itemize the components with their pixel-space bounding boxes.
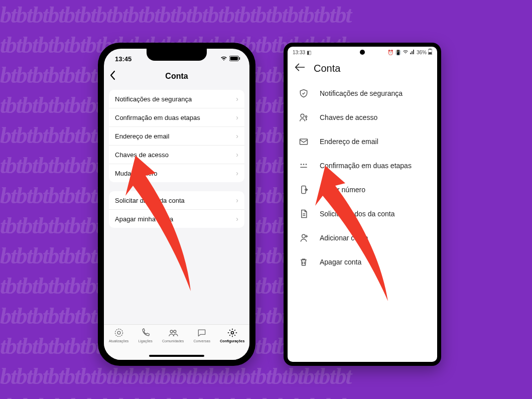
svg-point-18	[302, 234, 306, 238]
chevron-right-icon: ›	[236, 151, 238, 159]
chevron-right-icon: ›	[236, 196, 238, 204]
tab-communities[interactable]: Comunidades	[162, 328, 184, 343]
chevron-right-icon: ›	[236, 113, 238, 121]
tab-label: Ligações	[139, 339, 153, 343]
row-security-notifications[interactable]: Notificações de segurança	[290, 81, 435, 105]
android-settings-list: Notificações de segurança Chaves de aces…	[288, 81, 437, 274]
android-header: Conta	[288, 58, 437, 81]
phone-icon	[141, 328, 151, 338]
background-pattern: btbtbtbtbtbtbtbtbtbtbtbtbtbtbtbtbtbtbtbt…	[0, 0, 532, 399]
row-email[interactable]: Endereço de email	[290, 129, 435, 154]
row-label: Confirmação em duas etapas	[320, 162, 412, 170]
chevron-right-icon: ›	[236, 169, 238, 177]
vibrate-icon: 📳	[395, 50, 401, 55]
row-label: Endereço de email	[320, 138, 378, 146]
ios-nav-bar: Conta	[104, 66, 249, 87]
row-label: Solicitar dados da conta	[115, 197, 185, 204]
status-circle-icon	[114, 328, 124, 338]
iphone-screen: 13:45 Conta Notificações de segurança ›	[104, 49, 249, 360]
android-status-time: 13:33	[293, 50, 305, 55]
svg-point-5	[170, 330, 173, 333]
row-two-step[interactable]: Confirmação em duas etapas	[290, 154, 435, 178]
tab-label: Conversas	[194, 339, 210, 343]
back-button[interactable]	[109, 70, 116, 82]
people-icon	[168, 328, 178, 338]
pin-dots-icon	[299, 161, 309, 171]
svg-rect-9	[429, 49, 431, 50]
signal-icon	[410, 49, 415, 55]
svg-rect-13	[300, 139, 308, 145]
iphone-notch	[147, 49, 207, 61]
chevron-right-icon: ›	[236, 95, 238, 103]
battery-icon	[229, 55, 240, 63]
android-frame: 13:33 ◧ ⏰ 📳 36% Co	[284, 43, 441, 366]
chevron-right-icon: ›	[236, 132, 238, 140]
tab-settings[interactable]: Configurações	[220, 328, 244, 343]
ios-status-time: 13:45	[115, 55, 131, 63]
page-title: Conta	[314, 63, 340, 74]
row-label: Confirmação em duas etapas	[115, 114, 200, 121]
android-screen: 13:33 ◧ ⏰ 📳 36% Co	[288, 47, 437, 362]
svg-point-3	[115, 329, 122, 337]
battery-icon	[428, 49, 432, 56]
row-label: Mudar número	[320, 186, 365, 194]
svg-point-6	[173, 330, 176, 333]
svg-point-12	[305, 116, 307, 117]
svg-rect-10	[429, 52, 432, 54]
row-security-notifications[interactable]: Notificações de segurança ›	[109, 90, 244, 108]
row-delete-account[interactable]: Apagar conta	[290, 250, 435, 274]
chat-icon	[197, 328, 207, 338]
svg-point-16	[306, 164, 307, 165]
mail-icon	[299, 137, 309, 147]
row-label: Chaves de acesso	[115, 151, 169, 159]
tab-chats[interactable]: Conversas	[194, 328, 210, 343]
alarm-icon: ⏰	[387, 50, 393, 55]
svg-point-11	[301, 114, 304, 117]
wifi-icon	[220, 55, 227, 63]
svg-rect-1	[230, 57, 238, 60]
row-label: Apagar conta	[320, 258, 361, 266]
back-button[interactable]	[295, 63, 305, 74]
row-label: Endereço de email	[115, 132, 169, 140]
page-title: Conta	[165, 72, 188, 81]
row-label: Apagar minha conta	[115, 215, 173, 223]
settings-group-2: Solicitar dados da conta › Apagar minha …	[109, 191, 244, 228]
person-add-icon	[299, 233, 309, 243]
shield-icon	[299, 88, 309, 98]
tab-updates[interactable]: Atualizações	[109, 328, 129, 343]
tab-label: Atualizações	[109, 339, 129, 343]
passkey-icon	[299, 112, 309, 122]
iphone-frame: 13:45 Conta Notificações de segurança ›	[98, 43, 255, 366]
svg-point-7	[231, 332, 233, 334]
chevron-right-icon: ›	[236, 215, 238, 223]
row-label: Notificações de segurança	[320, 89, 403, 97]
row-passkeys[interactable]: Chaves de acesso ›	[109, 146, 244, 164]
row-change-number[interactable]: Mudar número	[290, 178, 435, 202]
row-label: Notificações de segurança	[115, 95, 192, 103]
row-request-account-data[interactable]: Solicitar dados da conta	[290, 202, 435, 226]
tab-label: Configurações	[220, 339, 244, 343]
ios-content: Notificações de segurança › Confirmação …	[104, 87, 249, 228]
row-delete-account[interactable]: Apagar minha conta ›	[109, 210, 244, 228]
row-label: Solicitar dados da conta	[320, 210, 394, 218]
row-add-account[interactable]: Adicionar conta	[290, 226, 435, 250]
row-label: Adicionar conta	[320, 234, 368, 242]
home-indicator[interactable]	[149, 355, 204, 357]
tab-calls[interactable]: Ligações	[139, 328, 153, 343]
gear-icon	[227, 328, 237, 338]
row-label: Chaves de acesso	[320, 113, 377, 121]
row-change-number[interactable]: Mudar número ›	[109, 164, 244, 182]
row-request-account-data[interactable]: Solicitar dados da conta ›	[109, 191, 244, 210]
battery-label: 36%	[417, 50, 427, 55]
trash-icon	[299, 257, 309, 267]
android-camera-hole	[360, 50, 365, 55]
document-icon	[299, 209, 309, 219]
row-label: Mudar número	[115, 170, 158, 177]
notification-icon: ◧	[307, 50, 311, 55]
row-two-step[interactable]: Confirmação em duas etapas ›	[109, 108, 244, 127]
wifi-icon	[403, 49, 409, 55]
svg-point-15	[303, 164, 305, 165]
row-passkeys[interactable]: Chaves de acesso	[290, 105, 435, 129]
row-email[interactable]: Endereço de email ›	[109, 127, 244, 146]
svg-point-4	[117, 331, 120, 334]
